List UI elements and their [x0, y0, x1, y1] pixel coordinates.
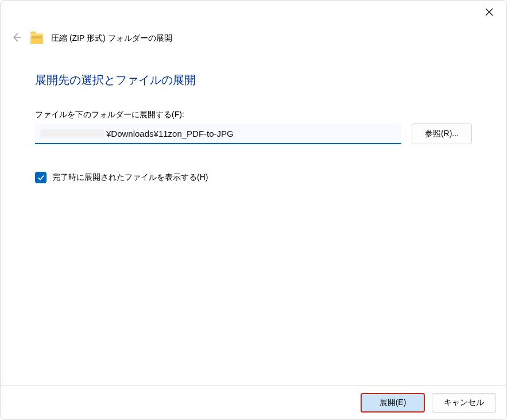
zip-folder-icon — [30, 33, 43, 44]
back-arrow-icon — [11, 32, 22, 43]
extract-button[interactable]: 展開(E) — [361, 393, 425, 413]
cancel-button[interactable]: キャンセル — [432, 393, 496, 413]
path-row: ¥Downloads¥11zon_PDF-to-JPG 参照(R)... — [35, 124, 472, 144]
show-files-checkbox-row: 完了時に展開されたファイルを表示する(H) — [35, 172, 472, 183]
main-heading: 展開先の選択とファイルの展開 — [35, 72, 472, 88]
browse-button[interactable]: 参照(R)... — [412, 124, 472, 144]
close-icon — [485, 8, 493, 16]
back-button[interactable] — [11, 32, 22, 45]
check-icon — [37, 174, 45, 182]
close-button[interactable] — [483, 6, 495, 18]
header: 圧縮 (ZIP 形式) フォルダーの展開 — [11, 32, 172, 45]
show-files-checkbox[interactable] — [35, 172, 47, 183]
destination-path-input[interactable]: ¥Downloads¥11zon_PDF-to-JPG — [35, 124, 401, 144]
content-area: 展開先の選択とファイルの展開 ファイルを下のフォルダーに展開する(F): ¥Do… — [35, 72, 472, 183]
path-value-text: ¥Downloads¥11zon_PDF-to-JPG — [106, 129, 234, 138]
footer: 展開(E) キャンセル — [1, 385, 506, 419]
path-field-label: ファイルを下のフォルダーに展開する(F): — [35, 110, 472, 120]
window-title: 圧縮 (ZIP 形式) フォルダーの展開 — [51, 33, 172, 44]
redacted-prefix — [41, 129, 104, 137]
titlebar — [483, 1, 506, 24]
show-files-checkbox-label: 完了時に展開されたファイルを表示する(H) — [52, 172, 208, 183]
